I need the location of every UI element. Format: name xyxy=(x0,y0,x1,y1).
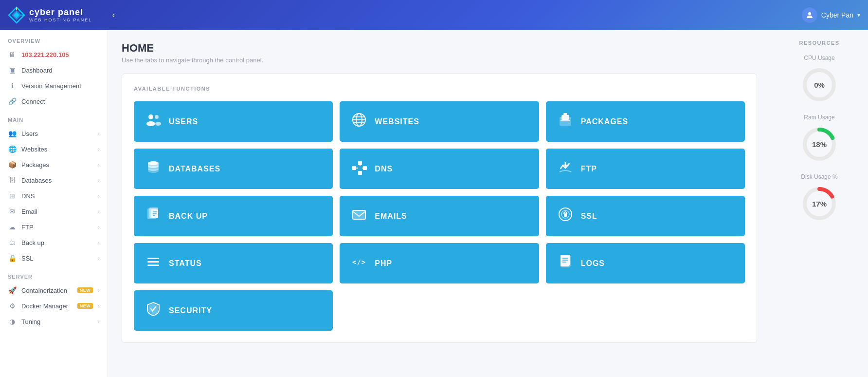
php-label: PHP xyxy=(375,259,392,268)
ram-donut: 18% xyxy=(800,125,839,164)
sidebar-item-databases[interactable]: 🗄 Databases › xyxy=(0,172,108,188)
security-button[interactable]: SECURITY xyxy=(134,290,333,331)
sidebar-item-packages[interactable]: 📦 Packages › xyxy=(0,157,108,172)
backup-icon xyxy=(145,207,161,226)
app-header: cyber panel WEB HOSTING PANEL ‹ Cyber Pa… xyxy=(0,0,868,30)
users-icon: 👥 xyxy=(8,130,17,137)
security-label: SECURITY xyxy=(169,306,212,315)
main-section-label: MAIN xyxy=(0,109,108,126)
svg-point-9 xyxy=(155,122,161,126)
logo-main-text: cyber panel xyxy=(29,7,92,18)
status-button[interactable]: STATUS xyxy=(134,243,333,283)
main-content: HOME Use the tabs to navigate through th… xyxy=(108,30,771,377)
svg-rect-34 xyxy=(353,210,365,219)
tuning-icon: ◑ xyxy=(8,318,17,325)
resources-title: RESOURCES xyxy=(778,40,860,46)
cpu-usage-item: CPU Usage 0% xyxy=(778,55,860,104)
backup-icon: 🗂 xyxy=(8,239,17,246)
packages-button[interactable]: PACKAGES xyxy=(546,101,745,142)
databases-label: DATABASES xyxy=(169,165,220,173)
sidebar-item-containerization[interactable]: 🚀 Containerization NEW › xyxy=(0,283,108,298)
dns-label: DNS xyxy=(375,165,393,173)
users-label: USERS xyxy=(169,117,198,126)
disk-usage-item: Disk Usage % 17% xyxy=(778,173,860,223)
svg-rect-17 xyxy=(563,113,567,117)
svg-point-5 xyxy=(808,12,811,15)
chevron-right-icon: › xyxy=(98,319,100,324)
databases-button[interactable]: DATABASES xyxy=(134,149,333,189)
chevron-right-icon: › xyxy=(98,146,100,152)
sidebar-item-tuning[interactable]: ◑ Tuning › xyxy=(0,314,108,329)
sidebar-item-dashboard[interactable]: ▣ Dashboard xyxy=(0,62,108,78)
ftp-button[interactable]: FTP xyxy=(546,149,745,189)
sidebar-item-ftp[interactable]: ☁ FTP › xyxy=(0,219,108,235)
sidebar-item-version-management[interactable]: ℹ Version Management xyxy=(0,78,108,94)
chevron-down-icon: ▾ xyxy=(857,12,860,19)
ram-label: Ram Usage xyxy=(778,114,860,121)
ftp-label: FTP xyxy=(581,165,597,173)
users-button[interactable]: USERS xyxy=(134,101,333,142)
globe-icon xyxy=(351,112,367,131)
ftp-icon xyxy=(558,159,573,178)
page-title: HOME xyxy=(122,42,757,55)
sidebar-item-label: Version Management xyxy=(21,82,100,90)
page-subtitle: Use the tabs to navigate through the con… xyxy=(122,57,757,64)
emails-button[interactable]: EMAILS xyxy=(340,196,539,236)
sidebar-item-label: Dashboard xyxy=(21,67,100,74)
sidebar-item-users[interactable]: 👥 Users › xyxy=(0,126,108,141)
sidebar-item-ip[interactable]: 🖥 103.221.220.105 xyxy=(0,47,108,62)
security-icon xyxy=(145,301,161,320)
lock-icon: 🔒 xyxy=(8,254,17,262)
chevron-right-icon: › xyxy=(98,162,100,168)
sidebar-item-backup[interactable]: 🗂 Back up › xyxy=(0,235,108,250)
sidebar-item-dns[interactable]: ⊞ DNS › xyxy=(0,188,108,204)
ssl-icon xyxy=(558,207,573,226)
websites-button[interactable]: WEBSITES xyxy=(340,101,539,142)
svg-rect-21 xyxy=(358,161,362,165)
svg-rect-41 xyxy=(147,264,159,266)
functions-panel: AVAILABLE FUNCTIONS USERS xyxy=(122,74,757,343)
sidebar-item-email[interactable]: ✉ Email › xyxy=(0,204,108,219)
sidebar-item-websites[interactable]: 🌐 Websites › xyxy=(0,141,108,157)
chevron-right-icon: › xyxy=(98,177,100,183)
functions-section-label: AVAILABLE FUNCTIONS xyxy=(134,86,745,92)
chevron-right-icon: › xyxy=(98,131,100,136)
sidebar-item-connect[interactable]: 🔗 Connect xyxy=(0,94,108,109)
database-icon: 🗄 xyxy=(8,176,17,184)
chevron-right-icon: › xyxy=(98,224,100,230)
logs-button[interactable]: LOGS xyxy=(546,243,745,283)
status-icon xyxy=(145,254,161,273)
svg-rect-38 xyxy=(564,213,567,217)
globe-icon: 🌐 xyxy=(8,145,17,153)
status-label: STATUS xyxy=(169,259,202,268)
chevron-right-icon: › xyxy=(98,193,100,199)
server-section-label: SERVER xyxy=(0,266,108,283)
dns-button[interactable]: DNS xyxy=(340,149,539,189)
svg-point-6 xyxy=(148,114,153,119)
svg-rect-40 xyxy=(147,261,159,263)
svg-point-8 xyxy=(155,115,159,119)
logs-icon xyxy=(558,254,573,273)
logo: cyber panel WEB HOSTING PANEL ‹ xyxy=(8,6,115,24)
user-name: Cyber Pan xyxy=(821,11,853,19)
emails-label: EMAILS xyxy=(375,212,407,221)
logs-label: LOGS xyxy=(581,259,605,268)
svg-rect-23 xyxy=(363,166,367,170)
sidebar-toggle-button[interactable]: ‹ xyxy=(112,11,115,19)
php-button[interactable]: </> PHP xyxy=(340,243,539,283)
disk-donut: 17% xyxy=(800,184,839,223)
chevron-right-icon: › xyxy=(98,303,100,309)
logo-sub-text: WEB HOSTING PANEL xyxy=(29,18,92,23)
chevron-right-icon: › xyxy=(98,240,100,245)
chevron-right-icon: › xyxy=(98,255,100,261)
ftp-icon: ☁ xyxy=(8,223,17,231)
backup-button[interactable]: BACK UP xyxy=(134,196,333,236)
email-icon: ✉ xyxy=(8,207,17,215)
php-icon: </> xyxy=(351,254,367,273)
sidebar-item-ssl[interactable]: 🔒 SSL › xyxy=(0,250,108,266)
sidebar-item-docker[interactable]: ⚙ Docker Manager NEW › xyxy=(0,298,108,314)
svg-point-7 xyxy=(146,121,155,126)
ssl-button[interactable]: SSL xyxy=(546,196,745,236)
user-menu[interactable]: Cyber Pan ▾ xyxy=(802,7,860,23)
dns-icon: ⊞ xyxy=(8,192,17,200)
